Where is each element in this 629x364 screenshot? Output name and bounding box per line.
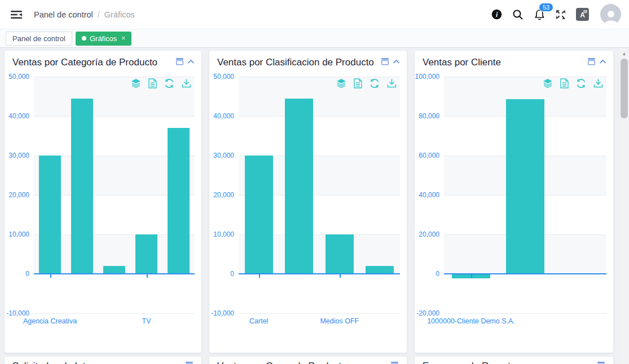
chart-title: Empresas de Reparto bbox=[423, 359, 516, 364]
charts-row: Ventas por Categoría de Producto 50,0004… bbox=[5, 51, 619, 353]
y-axis-label: 20,000 bbox=[415, 230, 439, 239]
window-icon[interactable] bbox=[381, 57, 389, 65]
x-axis-label: 1000000-Cliente Demo S.A. bbox=[420, 317, 522, 325]
y-axis-label: -10,000 bbox=[209, 309, 234, 318]
language-icon[interactable]: A bbox=[576, 8, 589, 21]
chart-card-ventas-categoria: Ventas por Categoría de Producto 50,0004… bbox=[5, 51, 201, 353]
chevron-up-icon[interactable] bbox=[187, 59, 195, 64]
x-axis-label: TV bbox=[96, 317, 197, 325]
chart-toolbox bbox=[131, 78, 191, 88]
y-axis-label: 10,000 bbox=[5, 230, 29, 239]
y-axis-label: 60,000 bbox=[415, 151, 439, 160]
chart-title: Ventas por Grupo de Producto bbox=[217, 359, 347, 364]
window-icon[interactable] bbox=[597, 361, 605, 364]
tab-label: Panel de control bbox=[12, 34, 65, 43]
bar[interactable] bbox=[39, 156, 61, 274]
app-header: Panel de control / Gráficos i 53 bbox=[0, 0, 629, 29]
chart-card-partial-3: Empresas de Reparto bbox=[415, 357, 613, 364]
chevron-up-icon[interactable] bbox=[393, 59, 400, 64]
gridline bbox=[239, 77, 400, 77]
breadcrumb-parent[interactable]: Panel de control bbox=[34, 10, 93, 19]
y-axis-label: 40,000 bbox=[5, 112, 29, 121]
x-axis-label: Medios OFF bbox=[289, 317, 390, 325]
data-view-document-icon[interactable] bbox=[148, 78, 157, 88]
tab-graficos[interactable]: Gráficos × bbox=[76, 32, 131, 46]
chart-card-partial-2: Ventas por Grupo de Producto bbox=[209, 357, 407, 364]
bar[interactable] bbox=[71, 99, 94, 274]
x-axis-line bbox=[239, 273, 400, 274]
y-axis-label: 20,000 bbox=[209, 190, 234, 199]
bar[interactable] bbox=[245, 156, 273, 274]
x-axis-line bbox=[444, 273, 606, 274]
window-icon[interactable] bbox=[390, 361, 399, 364]
x-axis-label: Agencia Creativa bbox=[0, 317, 101, 325]
chart-title: Solicitudes de Int bbox=[12, 359, 85, 364]
layers-icon[interactable] bbox=[336, 78, 346, 88]
plot-band bbox=[239, 274, 400, 313]
y-axis-label: 80,000 bbox=[415, 112, 439, 121]
active-tab-dot-icon bbox=[82, 36, 86, 41]
bell-icon[interactable]: 53 bbox=[533, 8, 546, 21]
y-axis-label: 20,000 bbox=[5, 190, 29, 199]
window-icon[interactable] bbox=[185, 361, 193, 364]
chart-title: Ventas por Cliente bbox=[423, 56, 501, 69]
chart-title: Ventas por Clasificacion de Producto bbox=[217, 56, 374, 69]
y-axis-label: 30,000 bbox=[209, 151, 234, 160]
y-axis-label: 50,000 bbox=[209, 72, 234, 81]
window-icon[interactable] bbox=[587, 57, 596, 65]
y-axis-label: 10,000 bbox=[209, 230, 234, 239]
chart-plot-area: CartelMedios OFF bbox=[239, 77, 400, 313]
info-icon[interactable]: i bbox=[490, 8, 503, 21]
gridline bbox=[239, 116, 400, 117]
y-axis-label: 40,000 bbox=[415, 190, 439, 199]
charts-row-partial: Solicitudes de Int Ventas por Grupo de P… bbox=[5, 357, 619, 364]
refresh-icon[interactable] bbox=[370, 78, 380, 88]
y-axis-label: 40,000 bbox=[209, 112, 234, 121]
layers-icon[interactable] bbox=[131, 78, 141, 88]
menu-fold-icon[interactable] bbox=[9, 7, 24, 22]
bar[interactable] bbox=[326, 234, 354, 274]
bar[interactable] bbox=[506, 99, 544, 274]
scroll-up-arrow-icon[interactable]: ▲ bbox=[619, 51, 629, 56]
page-scrollbar[interactable]: ▲ bbox=[619, 48, 629, 364]
x-axis-tick bbox=[259, 274, 260, 278]
y-axis-label: 50,000 bbox=[5, 72, 29, 81]
chart-toolbox bbox=[336, 78, 397, 88]
refresh-icon[interactable] bbox=[576, 78, 586, 88]
plot-band bbox=[444, 274, 606, 313]
gridline bbox=[444, 313, 606, 314]
avatar[interactable] bbox=[600, 4, 621, 25]
fullscreen-icon[interactable] bbox=[555, 8, 567, 21]
bar[interactable] bbox=[103, 266, 126, 274]
breadcrumb-separator: / bbox=[98, 10, 100, 19]
bar[interactable] bbox=[135, 234, 158, 274]
gridline bbox=[444, 77, 606, 77]
download-icon[interactable] bbox=[387, 78, 397, 88]
download-icon[interactable] bbox=[593, 78, 603, 88]
gridline bbox=[239, 313, 400, 314]
refresh-icon[interactable] bbox=[164, 78, 174, 88]
data-view-document-icon[interactable] bbox=[560, 78, 569, 88]
tab-panel-de-control[interactable]: Panel de control bbox=[6, 32, 72, 46]
y-axis-label: 0 bbox=[415, 269, 439, 278]
window-icon[interactable] bbox=[175, 57, 184, 65]
download-icon[interactable] bbox=[182, 78, 191, 88]
y-axis-label: -10,000 bbox=[5, 309, 29, 318]
tab-close-icon[interactable]: × bbox=[121, 34, 125, 42]
scrollbar-thumb[interactable] bbox=[621, 59, 628, 118]
x-axis-tick bbox=[50, 274, 51, 278]
bar[interactable] bbox=[285, 99, 313, 274]
chevron-up-icon[interactable] bbox=[599, 59, 606, 64]
x-axis-tick bbox=[147, 274, 148, 278]
search-icon[interactable] bbox=[512, 8, 524, 21]
chart-card-partial-1: Solicitudes de Int bbox=[5, 357, 201, 364]
y-axis-label: 30,000 bbox=[5, 151, 29, 160]
gridline bbox=[34, 116, 195, 117]
data-view-document-icon[interactable] bbox=[354, 78, 362, 88]
gridline bbox=[34, 313, 195, 314]
gridline bbox=[34, 77, 195, 77]
layers-icon[interactable] bbox=[543, 78, 553, 88]
bar[interactable] bbox=[168, 128, 190, 274]
dashboard-content: Ventas por Categoría de Producto 50,0004… bbox=[0, 48, 619, 364]
bar[interactable] bbox=[366, 266, 394, 274]
